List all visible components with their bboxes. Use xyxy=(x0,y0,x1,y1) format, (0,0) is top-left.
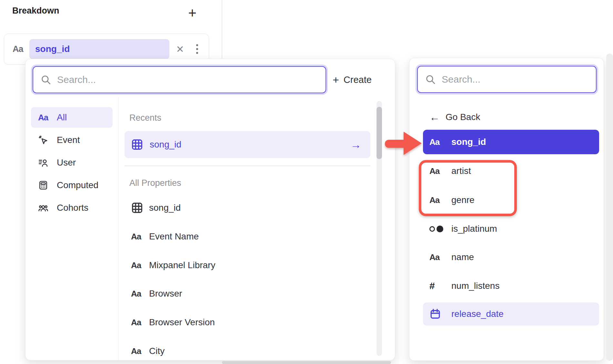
grid-table-icon xyxy=(131,202,149,214)
search-input[interactable] xyxy=(442,66,596,92)
recent-property-song-id[interactable]: song_id → xyxy=(125,131,370,158)
drill-in-arrow-icon: → xyxy=(350,138,361,151)
recents-heading: Recents xyxy=(129,113,161,123)
cursor-click-icon xyxy=(38,135,50,145)
plus-icon: + xyxy=(333,74,339,86)
breakdown-options-kebab-icon[interactable] xyxy=(195,44,199,54)
search-icon xyxy=(425,74,436,85)
scrollbar-thumb[interactable] xyxy=(377,107,382,159)
remove-breakdown-icon[interactable]: ✕ xyxy=(175,44,186,55)
boolean-type-icon xyxy=(429,226,451,232)
property-row-is-platinum[interactable]: is_platinum xyxy=(423,217,599,240)
panel-divider xyxy=(222,0,222,59)
property-row-browser-version[interactable]: Aa Browser Version xyxy=(125,311,370,334)
breakdown-section-title: Breakdown xyxy=(12,6,59,16)
people-group-icon xyxy=(38,203,50,213)
arrow-left-icon: ← xyxy=(429,111,446,123)
sidebar-item-event[interactable]: Event xyxy=(31,130,113,150)
go-back-button[interactable]: ← Go Back xyxy=(423,106,599,128)
page-scrollbar[interactable] xyxy=(606,54,613,361)
section-divider xyxy=(125,166,370,166)
property-row-artist[interactable]: Aa artist xyxy=(423,159,599,183)
breakdown-property-value: song_id xyxy=(35,44,70,54)
property-row-name[interactable]: Aa name xyxy=(423,246,599,269)
aa-icon: Aa xyxy=(131,260,149,270)
aa-icon: Aa xyxy=(131,318,149,328)
aa-icon: Aa xyxy=(131,232,149,242)
breakdown-property-pill[interactable]: song_id xyxy=(29,39,169,59)
property-row-song-id-selected[interactable]: Aa song_id xyxy=(423,130,599,154)
sidebar-item-user[interactable]: User xyxy=(31,152,113,173)
all-properties-heading: All Properties xyxy=(129,178,181,188)
property-row-city[interactable]: Aa City xyxy=(125,339,370,363)
create-property-button[interactable]: + Create xyxy=(333,69,372,90)
sidebar-item-all[interactable]: Aa All xyxy=(31,107,113,128)
property-row-event-name[interactable]: Aa Event Name xyxy=(125,225,370,248)
search-box xyxy=(417,66,597,93)
property-values-panel: ← Go Back Aa song_id Aa artist Aa genre … xyxy=(409,58,604,361)
aa-icon: Aa xyxy=(131,346,149,356)
property-row-browser[interactable]: Aa Browser xyxy=(125,282,370,305)
screen: Breakdown + Aa song_id ✕ + Create Aa All xyxy=(0,0,613,364)
property-row-genre[interactable]: Aa genre xyxy=(423,188,599,212)
string-type-icon: Aa xyxy=(13,44,27,54)
aa-icon: Aa xyxy=(429,252,451,262)
aa-icon: Aa xyxy=(131,289,149,299)
property-row-release-date[interactable]: release_date xyxy=(423,302,599,326)
number-type-icon: # xyxy=(429,280,451,291)
property-picker-panel: + Create Aa All Event xyxy=(25,59,395,360)
search-input[interactable] xyxy=(57,67,326,93)
property-type-sidebar: Aa All Event Use xyxy=(25,97,119,360)
property-row-song-id[interactable]: song_id xyxy=(125,196,370,219)
add-breakdown-button[interactable]: + xyxy=(185,5,199,21)
property-row-num-listens[interactable]: # num_listens xyxy=(423,274,599,298)
sidebar-item-computed[interactable]: Computed xyxy=(31,175,113,196)
horizontal-scrollbar[interactable] xyxy=(222,361,391,364)
search-icon xyxy=(40,74,51,85)
grid-table-icon xyxy=(131,138,149,151)
aa-icon: Aa xyxy=(429,166,451,176)
user-list-icon xyxy=(38,157,50,168)
calculator-icon xyxy=(38,180,50,190)
aa-icon: Aa xyxy=(429,195,451,205)
aa-icon: Aa xyxy=(38,113,50,123)
aa-icon: Aa xyxy=(429,137,451,147)
sidebar-item-cohorts[interactable]: Cohorts xyxy=(31,197,113,218)
calendar-icon xyxy=(429,308,451,320)
property-row-mixpanel-library[interactable]: Aa Mixpanel Library xyxy=(125,254,370,277)
search-box xyxy=(33,66,326,93)
